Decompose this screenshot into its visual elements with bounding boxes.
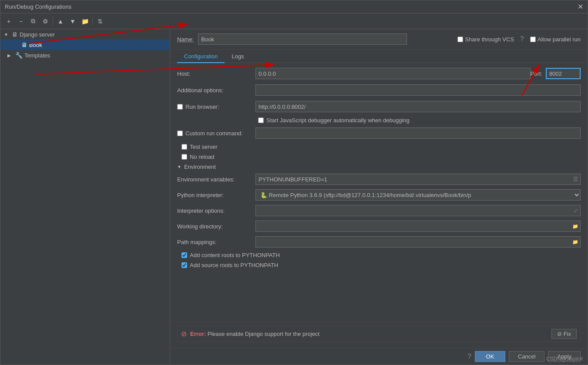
- path-mappings-input[interactable]: [255, 236, 581, 248]
- host-label: Host:: [177, 70, 255, 77]
- path-mappings-label: Path mappings:: [177, 239, 255, 245]
- js-debugger-row: Start JavaScript debugger automatically …: [177, 117, 581, 124]
- interp-options-expand-button[interactable]: ⤢: [571, 206, 580, 215]
- expand-icon-templates: ▶: [7, 53, 14, 58]
- env-vars-row: Environment variables: ☰: [177, 174, 581, 185]
- folder-button[interactable]: 📁: [79, 16, 91, 27]
- working-dir-browse-button[interactable]: 📁: [571, 222, 580, 231]
- header-right: Share through VCS ? Allow parallel run: [457, 35, 581, 43]
- add-source-roots-checkbox[interactable]: [181, 262, 187, 268]
- sidebar-item-templates[interactable]: ▶ 🔧 Templates: [0, 50, 170, 60]
- python-interp-row: Python interpreter: 🐍 Remote Python 3.6.…: [177, 189, 581, 201]
- tabs: Configuration Logs: [170, 50, 588, 63]
- interp-options-label: Interpreter options:: [177, 208, 255, 214]
- additional-options-row: Additional options:: [177, 84, 581, 96]
- name-row: Name: Share through VCS ? Allow parallel…: [170, 29, 588, 50]
- interp-options-wrapper: ⤢: [255, 205, 581, 216]
- copy-button[interactable]: ⧉: [27, 16, 39, 27]
- python-interp-select[interactable]: 🐍 Remote Python 3.6.9 (sftp://bd@127.0.0…: [255, 189, 581, 201]
- sidebar-item-label-book: Book: [29, 42, 42, 48]
- close-button[interactable]: ✕: [578, 3, 583, 11]
- remove-button[interactable]: −: [15, 16, 27, 27]
- error-icon: ⊘: [181, 330, 187, 338]
- environment-label: Environment: [184, 164, 216, 170]
- custom-run-row: Custom run command:: [177, 127, 581, 139]
- path-mappings-browse-button[interactable]: 📁: [571, 238, 580, 246]
- django-server-icon: 🖥: [12, 31, 18, 38]
- bottom-section: ⊘ Error: Please enable Django support fo…: [170, 322, 588, 348]
- js-debugger-checkbox[interactable]: [258, 117, 264, 123]
- sidebar-item-label-django: Django server: [20, 31, 55, 38]
- python-interp-wrapper: 🐍 Remote Python 3.6.9 (sftp://bd@127.0.0…: [255, 189, 581, 201]
- book-icon: 🖥: [21, 41, 27, 48]
- add-content-roots-label: Add content roots to PYTHONPATH: [190, 252, 280, 258]
- name-label: Name:: [177, 36, 194, 43]
- main-content: ▼ 🖥 Django server 🖥 Book ▶ 🔧 Templates N…: [0, 29, 588, 365]
- sidebar-item-django-server[interactable]: ▼ 🖥 Django server: [0, 29, 170, 40]
- help-icon-vcs[interactable]: ?: [520, 35, 524, 43]
- share-vcs-label[interactable]: Share through VCS: [457, 36, 514, 43]
- working-dir-row: Working directory: 📁: [177, 221, 581, 232]
- test-server-checkbox[interactable]: [181, 144, 187, 150]
- ok-button[interactable]: OK: [475, 351, 505, 362]
- add-content-roots-checkbox[interactable]: [181, 252, 187, 258]
- sort-button[interactable]: ⇅: [94, 16, 106, 27]
- templates-icon: 🔧: [15, 52, 23, 59]
- js-debugger-label: Start JavaScript debugger automatically …: [266, 117, 410, 124]
- add-source-roots-label: Add source roots to PYTHONPATH: [190, 262, 278, 268]
- working-dir-label: Working directory:: [177, 223, 255, 230]
- move-up-button[interactable]: ▲: [55, 16, 66, 27]
- interp-options-input[interactable]: [255, 205, 581, 216]
- tab-configuration[interactable]: Configuration: [177, 50, 225, 63]
- interp-options-row: Interpreter options: ⤢: [177, 205, 581, 216]
- dialog-title: Run/Debug Configurations: [5, 3, 71, 10]
- custom-run-input[interactable]: [255, 127, 581, 139]
- env-vars-wrapper: ☰: [255, 174, 581, 185]
- settings-button[interactable]: ⚙: [40, 16, 51, 27]
- no-reload-label: No reload: [190, 154, 214, 160]
- sidebar: ▼ 🖥 Django server 🖥 Book ▶ 🔧 Templates: [0, 29, 170, 365]
- sidebar-item-book[interactable]: 🖥 Book: [0, 40, 170, 50]
- port-label: Port:: [531, 70, 542, 77]
- watermark: CSDN@JiayinX: [546, 356, 583, 362]
- env-vars-input[interactable]: [255, 174, 581, 185]
- env-vars-edit-button[interactable]: ☰: [571, 175, 580, 184]
- fix-button[interactable]: ⊘ Fix: [551, 329, 577, 339]
- run-debug-dialog: Run/Debug Configurations ✕ + − ⧉ ⚙ ▲ ▼ 📁…: [0, 0, 588, 365]
- error-bar: ⊘ Error: Please enable Django support fo…: [177, 326, 581, 342]
- environment-section-header[interactable]: ▼ Environment: [177, 164, 581, 170]
- working-dir-input[interactable]: [255, 221, 581, 232]
- add-content-roots-row: Add content roots to PYTHONPATH: [177, 252, 581, 258]
- host-input[interactable]: [255, 68, 531, 79]
- config-panel: Host: Port: Additional options:: [170, 63, 588, 322]
- custom-run-label: Custom run command:: [185, 130, 243, 137]
- tab-logs[interactable]: Logs: [225, 50, 251, 63]
- test-server-row: Test server: [177, 144, 581, 150]
- no-reload-checkbox[interactable]: [181, 154, 187, 160]
- sidebar-item-label-templates: Templates: [24, 52, 50, 59]
- run-browser-checkbox[interactable]: [177, 104, 183, 110]
- custom-run-checkbox[interactable]: [177, 131, 183, 136]
- additional-options-input[interactable]: [255, 84, 581, 96]
- run-browser-url-input[interactable]: [255, 101, 581, 112]
- port-input[interactable]: [546, 68, 581, 79]
- name-input[interactable]: [198, 33, 407, 45]
- toolbar: + − ⧉ ⚙ ▲ ▼ 📁 ⇅: [0, 13, 588, 29]
- cancel-button[interactable]: Cancel: [509, 351, 544, 362]
- path-mappings-wrapper: 📁: [255, 236, 581, 248]
- dialog-help-icon[interactable]: ?: [467, 353, 471, 361]
- share-vcs-checkbox[interactable]: [457, 37, 463, 42]
- no-reload-row: No reload: [177, 154, 581, 160]
- parallel-run-checkbox[interactable]: [530, 37, 536, 42]
- move-down-button[interactable]: ▼: [67, 16, 78, 27]
- add-button[interactable]: +: [3, 16, 14, 27]
- path-mappings-row: Path mappings: 📁: [177, 236, 581, 248]
- title-bar: Run/Debug Configurations ✕: [0, 0, 588, 13]
- parallel-run-label[interactable]: Allow parallel run: [530, 36, 581, 43]
- toolbar-separator: [53, 17, 53, 26]
- run-browser-label: Run browser:: [185, 104, 219, 110]
- right-panel: Name: Share through VCS ? Allow parallel…: [170, 29, 588, 365]
- dialog-buttons: ? OK Cancel Apply: [170, 348, 588, 365]
- python-interp-label: Python interpreter:: [177, 192, 255, 198]
- error-text: Error: Please enable Django support for …: [190, 331, 319, 337]
